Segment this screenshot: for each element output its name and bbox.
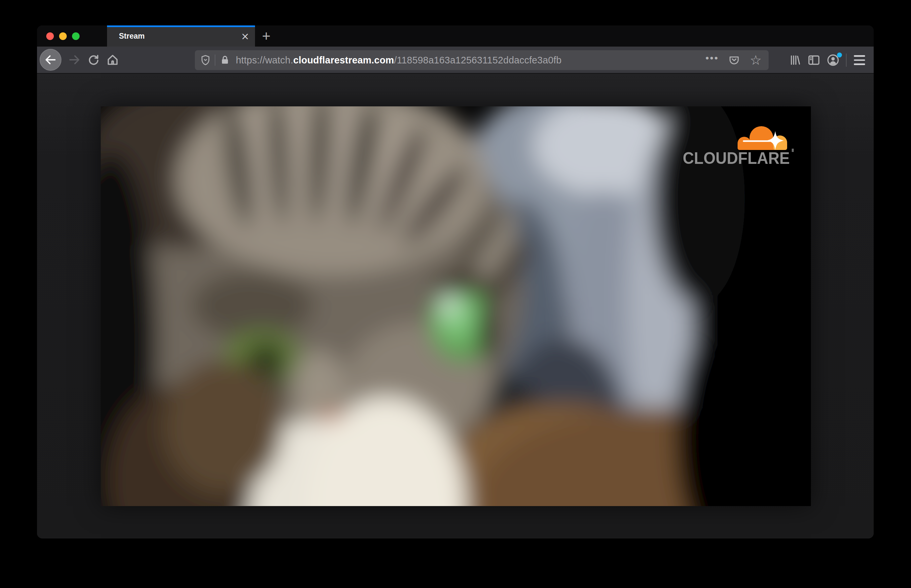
menu-button[interactable] bbox=[850, 50, 869, 70]
video-frame: CLOUDFLARE bbox=[101, 107, 811, 506]
urlbar-actions: ••• ☆ bbox=[703, 50, 765, 70]
video-player[interactable]: CLOUDFLARE bbox=[101, 107, 811, 506]
home-icon bbox=[106, 53, 120, 67]
active-tab-indicator bbox=[107, 26, 255, 27]
account-button[interactable] bbox=[824, 50, 843, 70]
tab-bar: Stream × + bbox=[37, 26, 874, 47]
navigation-toolbar: https://watch.cloudflarestream.com/11859… bbox=[37, 47, 874, 74]
library-button[interactable] bbox=[785, 50, 804, 70]
back-icon bbox=[44, 53, 57, 66]
minimize-window-button[interactable] bbox=[59, 32, 67, 40]
tab-stream[interactable]: Stream × bbox=[107, 26, 255, 47]
pocket-button[interactable] bbox=[724, 50, 743, 70]
nav-buttons bbox=[40, 49, 122, 71]
close-window-button[interactable] bbox=[46, 32, 54, 40]
page-content: CLOUDFLARE bbox=[37, 74, 874, 538]
bookmark-star-icon: ☆ bbox=[750, 53, 762, 67]
cloudflare-wordmark: CLOUDFLARE bbox=[683, 149, 790, 168]
new-tab-button[interactable]: + bbox=[258, 28, 275, 44]
url-text[interactable]: https://watch.cloudflarestream.com/11859… bbox=[236, 55, 703, 66]
traffic-lights bbox=[46, 32, 79, 40]
meatball-menu-icon: ••• bbox=[706, 53, 719, 67]
lock-icon[interactable] bbox=[219, 55, 231, 66]
page-actions-button[interactable]: ••• bbox=[703, 50, 722, 70]
tab-title: Stream bbox=[119, 32, 238, 40]
sidebar-button[interactable] bbox=[804, 50, 824, 70]
url-bar[interactable]: https://watch.cloudflarestream.com/11859… bbox=[195, 50, 769, 70]
pocket-icon bbox=[728, 54, 740, 66]
library-icon bbox=[788, 53, 801, 67]
home-button[interactable] bbox=[103, 50, 122, 69]
zoom-window-button[interactable] bbox=[72, 32, 79, 40]
url-domain: cloudflarestream.com bbox=[293, 55, 394, 65]
url-prefix: https://watch. bbox=[236, 55, 293, 65]
sparkle-trail bbox=[743, 141, 770, 142]
back-button[interactable] bbox=[40, 49, 61, 71]
tab-close-icon[interactable]: × bbox=[238, 29, 252, 43]
forward-icon bbox=[68, 53, 81, 66]
reload-icon bbox=[87, 53, 100, 66]
account-notification-dot bbox=[837, 53, 842, 58]
sidebar-icon bbox=[807, 53, 821, 67]
toolbar-right bbox=[785, 47, 869, 74]
hamburger-icon bbox=[854, 55, 865, 65]
browser-window: Stream × + https://watch.cloudflare bbox=[37, 26, 874, 538]
urlbar-divider bbox=[215, 55, 215, 66]
url-path: /118598a163a125631152ddaccfe3a0fb bbox=[394, 55, 562, 65]
toolbar-divider bbox=[846, 53, 846, 67]
trademark-mark bbox=[792, 149, 794, 152]
reload-button[interactable] bbox=[84, 50, 103, 69]
bookmark-button[interactable]: ☆ bbox=[746, 50, 765, 70]
forward-button[interactable] bbox=[65, 50, 84, 69]
tracking-shield-icon[interactable] bbox=[200, 54, 212, 66]
